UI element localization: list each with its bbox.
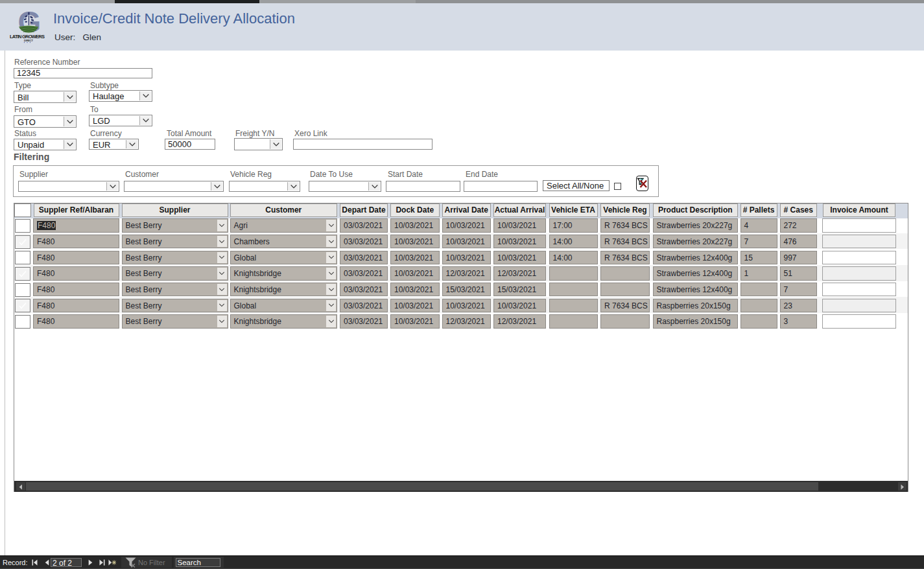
svg-text:DIRECT: DIRECT [24, 39, 34, 42]
